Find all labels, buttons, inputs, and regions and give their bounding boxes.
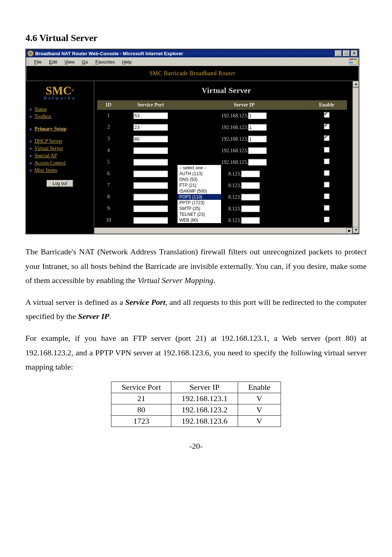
scroll-right-icon[interactable]: ▶ <box>346 228 353 234</box>
service-option[interactable]: POP3 (110) <box>177 194 221 200</box>
window-title: Broadband NAT Router Web-Console - Micro… <box>35 51 335 56</box>
service-port-input[interactable] <box>133 194 168 201</box>
table-row: 78.123. <box>98 179 347 191</box>
service-option[interactable]: FTP (21) <box>177 182 221 188</box>
service-port-input[interactable] <box>133 124 168 131</box>
p2e: . <box>109 312 111 321</box>
service-option[interactable]: DNS (53) <box>177 177 221 182</box>
cell-id: 7 <box>98 179 120 191</box>
service-port-input[interactable] <box>133 147 168 154</box>
col-ip: Server IP <box>182 101 307 110</box>
service-option[interactable]: SMTP (25) <box>177 206 221 211</box>
cell-ip: 192.168.123. <box>182 133 307 145</box>
scroll-up-icon[interactable]: ▲ <box>353 81 359 88</box>
service-port-input[interactable] <box>133 205 168 212</box>
cell-id: 6 <box>98 168 120 179</box>
mapping-table: Service PortServer IPEnable 21192.168.12… <box>111 382 281 427</box>
service-option[interactable]: AUTH (113) <box>177 171 221 177</box>
window-close-button[interactable]: × <box>351 50 358 57</box>
sidebar-link: Special AP <box>34 153 57 159</box>
service-options-popup[interactable]: – select one –AUTH (113)DNS (53)FTP (21)… <box>177 165 221 223</box>
menu-favorites[interactable]: Favorites <box>92 58 118 65</box>
brand-logo: SMC® Networks <box>26 82 94 103</box>
scroll-down-icon[interactable]: ▼ <box>353 227 359 234</box>
paragraph-2: A virtual server is defined as a Service… <box>25 295 367 324</box>
enable-checkbox[interactable] <box>324 182 330 187</box>
cell-ip: 192.168.123. <box>182 145 307 156</box>
table-row: 4192.168.123. <box>98 145 347 156</box>
map-row: 1723192.168.123.6V <box>111 415 281 427</box>
window-maximize-button[interactable]: □ <box>343 50 350 57</box>
sidebar-item-special-ap[interactable]: Special AP <box>30 152 94 160</box>
menu-go[interactable]: Go <box>78 58 91 65</box>
p2a: A virtual server is defined as a <box>25 298 125 307</box>
sidebar: SMC® Networks StatusToolbox Primary Setu… <box>26 81 94 234</box>
vertical-scrollbar[interactable]: ▲ ▼ <box>352 81 359 234</box>
enable-checkbox[interactable] <box>324 193 330 199</box>
brand-text: SMC <box>46 84 72 97</box>
cell-id: 5 <box>98 156 120 168</box>
col-enable: Enable <box>307 101 347 110</box>
server-ip-input[interactable] <box>241 182 260 189</box>
service-port-input[interactable] <box>133 182 168 189</box>
horizontal-scrollbar[interactable]: ▶ <box>94 227 353 234</box>
p2b: Service Port <box>125 298 166 307</box>
logout-button[interactable]: Log out <box>46 180 73 187</box>
menu-help[interactable]: Help <box>118 58 135 65</box>
cell-ip: 192.168.123. <box>182 110 307 122</box>
sidebar-item-primary-setup[interactable]: Primary Setup <box>30 125 94 133</box>
enable-checkbox[interactable] <box>324 112 330 118</box>
sidebar-item-toolbox[interactable]: Toolbox <box>30 113 94 120</box>
server-ip-input[interactable] <box>248 112 267 119</box>
enable-checkbox[interactable] <box>324 135 330 141</box>
server-ip-input[interactable] <box>248 136 267 142</box>
sidebar-item-access-control[interactable]: Access Control <box>30 160 94 167</box>
bullet-icon <box>30 148 32 150</box>
map-cell: 21 <box>111 393 171 404</box>
sidebar-item-virtual-server[interactable]: Virtual Server <box>30 145 94 152</box>
enable-checkbox[interactable] <box>324 217 330 222</box>
map-header: Service Port <box>111 382 171 393</box>
menu-file[interactable]: File <box>30 58 45 65</box>
table-row: 108.123. <box>98 214 347 226</box>
menu-grip <box>28 58 29 65</box>
service-port-input[interactable] <box>133 159 168 166</box>
service-option[interactable]: PPTP (1723) <box>177 200 221 206</box>
window-minimize-button[interactable]: _ <box>335 50 342 57</box>
service-port-input[interactable] <box>133 170 168 177</box>
server-ip-input[interactable] <box>241 194 260 201</box>
enable-checkbox[interactable] <box>324 170 330 176</box>
service-option[interactable]: TELNET (23) <box>177 211 221 217</box>
p1c: . <box>213 276 216 285</box>
server-ip-input[interactable] <box>241 217 260 224</box>
bullet-icon <box>30 116 32 118</box>
enable-checkbox[interactable] <box>324 147 330 153</box>
server-ip-input[interactable] <box>248 124 267 131</box>
table-row: 68.123. <box>98 168 347 179</box>
map-header: Server IP <box>171 382 238 393</box>
service-option[interactable]: WEB (80) <box>177 217 221 223</box>
enable-checkbox[interactable] <box>324 205 330 211</box>
enable-checkbox[interactable] <box>324 158 330 164</box>
table-row: 88.123. <box>98 191 347 203</box>
server-ip-input[interactable] <box>241 170 260 177</box>
service-option[interactable]: ISAKMP (500) <box>177 188 221 194</box>
service-option[interactable]: – select one – <box>177 165 221 171</box>
sidebar-item-dhcp-server[interactable]: DHCP Server <box>30 138 94 145</box>
sidebar-item-misc-items[interactable]: Misc Items <box>30 167 94 174</box>
server-ip-input[interactable] <box>241 205 260 212</box>
enable-checkbox[interactable] <box>324 124 330 129</box>
service-port-input[interactable] <box>133 217 168 224</box>
server-ip-input[interactable] <box>248 159 267 166</box>
sidebar-link: Status <box>34 106 47 112</box>
bullet-icon <box>30 141 32 142</box>
p2d: Server IP <box>78 312 109 321</box>
map-cell: V <box>238 404 281 415</box>
service-port-input[interactable] <box>133 112 168 119</box>
server-ip-input[interactable] <box>248 147 267 154</box>
window-titlebar: Broadband NAT Router Web-Console - Micro… <box>26 49 359 57</box>
menu-edit[interactable]: Edit <box>45 58 61 65</box>
service-port-input[interactable] <box>133 136 168 142</box>
sidebar-item-status[interactable]: Status <box>30 106 94 113</box>
menu-view[interactable]: View <box>61 58 78 65</box>
